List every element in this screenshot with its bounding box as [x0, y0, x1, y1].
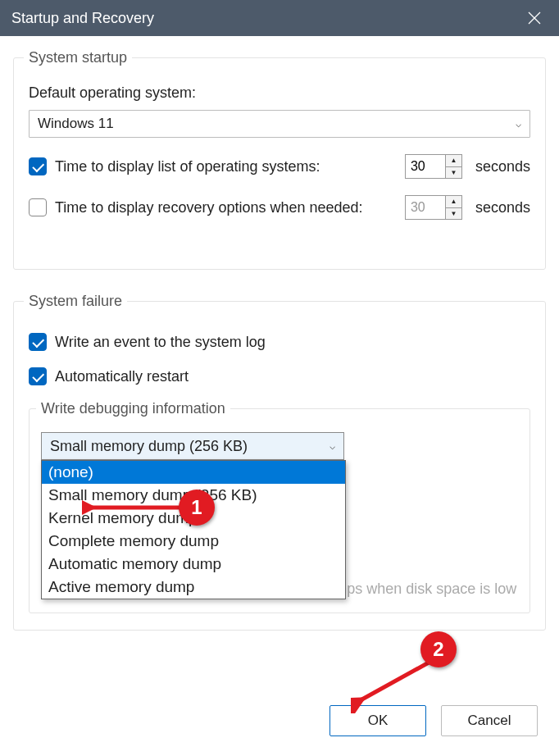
spinner-buttons: ▲ ▼ — [445, 155, 461, 178]
debug-option-active[interactable]: Active memory dump — [42, 576, 345, 599]
debug-info-selected: Small memory dump (256 KB) — [50, 438, 248, 455]
time-recovery-spinner[interactable]: ▲ ▼ — [405, 195, 462, 220]
window-title: Startup and Recovery — [11, 10, 154, 27]
chevron-down-icon: ⌵ — [329, 440, 335, 452]
write-debug-legend: Write debugging information — [36, 400, 230, 417]
system-failure-legend: System failure — [24, 293, 127, 310]
chevron-up-icon[interactable]: ▲ — [446, 196, 461, 208]
svg-line-1 — [359, 663, 429, 701]
ok-button[interactable]: OK — [329, 705, 426, 736]
debug-info-combo[interactable]: Small memory dump (256 KB) ⌵ (none) Smal… — [41, 432, 344, 460]
spinner-buttons: ▲ ▼ — [445, 196, 461, 219]
default-os-value: Windows 11 — [38, 116, 114, 132]
chevron-down-icon[interactable]: ▼ — [446, 208, 461, 220]
auto-restart-checkbox[interactable] — [29, 367, 47, 385]
chevron-down-icon: ⌵ — [516, 118, 521, 130]
time-recovery-value — [406, 196, 445, 219]
system-startup-legend: System startup — [24, 49, 132, 66]
debug-option-none[interactable]: (none) — [42, 461, 345, 484]
debug-option-complete[interactable]: Complete memory dump — [42, 530, 345, 553]
time-list-unit: seconds — [475, 158, 530, 175]
time-list-label: Time to display list of operating system… — [55, 158, 320, 175]
chevron-down-icon[interactable]: ▼ — [446, 167, 461, 179]
write-event-checkbox[interactable] — [29, 333, 47, 351]
titlebar: Startup and Recovery — [0, 0, 559, 36]
annotation-badge-1: 1 — [179, 490, 215, 526]
auto-restart-row: Automatically restart — [29, 367, 530, 385]
dialog-body: System startup Default operating system:… — [0, 36, 559, 631]
default-os-label: Default operating system: — [29, 84, 530, 102]
time-recovery-label: Time to display recovery options when ne… — [55, 199, 363, 216]
time-recovery-checkbox[interactable] — [29, 198, 47, 216]
write-event-row: Write an event to the system log — [29, 333, 530, 351]
write-event-label: Write an event to the system log — [55, 334, 266, 351]
time-list-spinner[interactable]: ▲ ▼ — [405, 154, 462, 179]
write-debug-group: Write debugging information Small memory… — [29, 400, 530, 613]
time-list-checkbox[interactable] — [29, 157, 47, 175]
time-recovery-unit: seconds — [475, 199, 530, 216]
system-startup-group: System startup Default operating system:… — [13, 49, 546, 270]
debug-info-dropdown: (none) Small memory dump (256 KB) Kernel… — [41, 460, 346, 599]
dialog-buttons: OK Cancel — [329, 705, 538, 736]
system-failure-group: System failure Write an event to the sys… — [13, 293, 546, 631]
default-os-select[interactable]: Windows 11 ⌵ — [29, 110, 530, 138]
time-list-value[interactable] — [406, 155, 445, 178]
time-list-row: Time to display list of operating system… — [29, 154, 530, 179]
annotation-badge-2: 2 — [420, 631, 457, 667]
debug-option-automatic[interactable]: Automatic memory dump — [42, 553, 345, 576]
time-recovery-row: Time to display recovery options when ne… — [29, 195, 530, 220]
cancel-button[interactable]: Cancel — [441, 705, 538, 736]
chevron-up-icon[interactable]: ▲ — [446, 155, 461, 167]
auto-restart-label: Automatically restart — [55, 368, 189, 385]
close-icon[interactable] — [521, 5, 548, 31]
